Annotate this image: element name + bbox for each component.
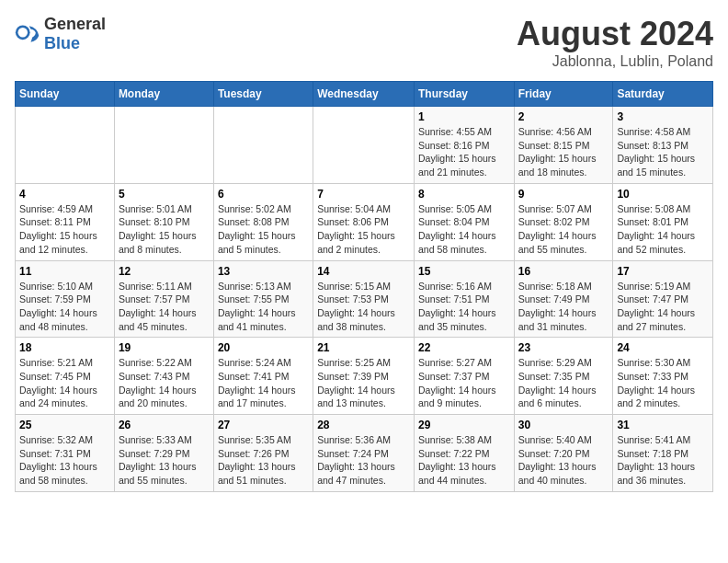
day-number: 23 [518, 341, 609, 354]
weekday-header-friday: Friday [514, 82, 613, 107]
day-number: 3 [617, 110, 709, 123]
day-number: 4 [19, 188, 110, 201]
weekday-header-row: SundayMondayTuesdayWednesdayThursdayFrid… [16, 82, 713, 107]
day-info: Sunrise: 5:36 AM Sunset: 7:24 PM Dayligh… [317, 433, 410, 488]
day-number: 2 [518, 110, 609, 123]
header: General Blue August 2024 Jablonna, Lubli… [15, 15, 713, 70]
day-cell: 12Sunrise: 5:11 AM Sunset: 7:57 PM Dayli… [114, 260, 213, 338]
day-cell: 25Sunrise: 5:32 AM Sunset: 7:31 PM Dayli… [16, 415, 115, 492]
weekday-header-tuesday: Tuesday [213, 82, 313, 107]
day-info: Sunrise: 4:58 AM Sunset: 8:13 PM Dayligh… [617, 125, 709, 179]
day-cell: 28Sunrise: 5:36 AM Sunset: 7:24 PM Dayli… [313, 415, 415, 492]
day-cell: 5Sunrise: 5:01 AM Sunset: 8:10 PM Daylig… [114, 183, 213, 260]
day-cell: 15Sunrise: 5:16 AM Sunset: 7:51 PM Dayli… [414, 260, 514, 338]
day-info: Sunrise: 5:04 AM Sunset: 8:06 PM Dayligh… [317, 202, 410, 257]
day-cell: 4Sunrise: 4:59 AM Sunset: 8:11 PM Daylig… [16, 183, 115, 260]
day-info: Sunrise: 5:16 AM Sunset: 7:51 PM Dayligh… [418, 280, 510, 334]
logo-icon [15, 21, 40, 47]
day-info: Sunrise: 5:38 AM Sunset: 7:22 PM Dayligh… [418, 433, 510, 488]
week-row-4: 18Sunrise: 5:21 AM Sunset: 7:45 PM Dayli… [16, 338, 713, 415]
day-cell: 31Sunrise: 5:41 AM Sunset: 7:18 PM Dayli… [613, 415, 713, 492]
day-number: 15 [418, 265, 510, 278]
day-number: 25 [19, 419, 110, 431]
day-info: Sunrise: 5:08 AM Sunset: 8:01 PM Dayligh… [617, 202, 709, 257]
day-cell: 11Sunrise: 5:10 AM Sunset: 7:59 PM Dayli… [16, 260, 115, 338]
day-cell: 7Sunrise: 5:04 AM Sunset: 8:06 PM Daylig… [313, 183, 415, 260]
day-cell: 26Sunrise: 5:33 AM Sunset: 7:29 PM Dayli… [114, 415, 213, 492]
weekday-header-sunday: Sunday [16, 82, 115, 107]
day-cell: 18Sunrise: 5:21 AM Sunset: 7:45 PM Dayli… [16, 338, 115, 415]
day-info: Sunrise: 5:15 AM Sunset: 7:53 PM Dayligh… [317, 280, 410, 334]
week-row-5: 25Sunrise: 5:32 AM Sunset: 7:31 PM Dayli… [16, 415, 713, 492]
weekday-header-thursday: Thursday [414, 82, 514, 107]
day-cell: 23Sunrise: 5:29 AM Sunset: 7:35 PM Dayli… [514, 338, 613, 415]
weekday-header-wednesday: Wednesday [313, 82, 415, 107]
week-row-1: 1Sunrise: 4:55 AM Sunset: 8:16 PM Daylig… [16, 107, 713, 184]
day-number: 19 [119, 341, 210, 354]
day-number: 30 [518, 419, 609, 431]
calendar-table: SundayMondayTuesdayWednesdayThursdayFrid… [15, 81, 713, 492]
day-cell [114, 107, 213, 184]
day-number: 29 [418, 419, 510, 431]
day-info: Sunrise: 5:11 AM Sunset: 7:57 PM Dayligh… [119, 280, 210, 334]
day-number: 17 [617, 265, 709, 278]
day-cell: 6Sunrise: 5:02 AM Sunset: 8:08 PM Daylig… [213, 183, 313, 260]
day-info: Sunrise: 5:01 AM Sunset: 8:10 PM Dayligh… [119, 202, 210, 257]
day-number: 27 [218, 419, 309, 431]
day-number: 13 [218, 265, 309, 278]
day-info: Sunrise: 5:24 AM Sunset: 7:41 PM Dayligh… [218, 356, 309, 410]
day-info: Sunrise: 5:22 AM Sunset: 7:43 PM Dayligh… [119, 356, 210, 410]
location-title: Jablonna, Lublin, Poland [517, 53, 713, 70]
day-info: Sunrise: 5:02 AM Sunset: 8:08 PM Dayligh… [218, 202, 309, 257]
logo-general: General [44, 15, 106, 33]
day-info: Sunrise: 5:29 AM Sunset: 7:35 PM Dayligh… [518, 356, 609, 410]
day-cell: 1Sunrise: 4:55 AM Sunset: 8:16 PM Daylig… [414, 107, 514, 184]
day-number: 12 [119, 265, 210, 278]
day-cell: 19Sunrise: 5:22 AM Sunset: 7:43 PM Dayli… [114, 338, 213, 415]
logo-blue: Blue [44, 34, 80, 52]
day-number: 20 [218, 341, 309, 354]
day-info: Sunrise: 5:19 AM Sunset: 7:47 PM Dayligh… [617, 280, 709, 334]
day-info: Sunrise: 5:07 AM Sunset: 8:02 PM Dayligh… [518, 202, 609, 257]
day-cell: 21Sunrise: 5:25 AM Sunset: 7:39 PM Dayli… [313, 338, 415, 415]
day-number: 31 [617, 419, 709, 431]
day-cell: 17Sunrise: 5:19 AM Sunset: 7:47 PM Dayli… [613, 260, 713, 338]
svg-point-1 [18, 28, 28, 38]
day-info: Sunrise: 5:05 AM Sunset: 8:04 PM Dayligh… [418, 202, 510, 257]
day-number: 24 [617, 341, 709, 354]
day-cell: 22Sunrise: 5:27 AM Sunset: 7:37 PM Dayli… [414, 338, 514, 415]
title-area: August 2024 Jablonna, Lublin, Poland [517, 15, 713, 70]
day-number: 8 [418, 188, 510, 201]
day-cell [213, 107, 313, 184]
day-info: Sunrise: 5:32 AM Sunset: 7:31 PM Dayligh… [19, 433, 110, 488]
day-cell: 16Sunrise: 5:18 AM Sunset: 7:49 PM Dayli… [514, 260, 613, 338]
day-number: 7 [317, 188, 410, 201]
day-number: 1 [418, 110, 510, 123]
day-cell: 13Sunrise: 5:13 AM Sunset: 7:55 PM Dayli… [213, 260, 313, 338]
day-info: Sunrise: 5:30 AM Sunset: 7:33 PM Dayligh… [617, 356, 709, 410]
day-number: 5 [119, 188, 210, 201]
day-cell: 14Sunrise: 5:15 AM Sunset: 7:53 PM Dayli… [313, 260, 415, 338]
day-info: Sunrise: 5:25 AM Sunset: 7:39 PM Dayligh… [317, 356, 410, 410]
day-number: 16 [518, 265, 609, 278]
day-info: Sunrise: 5:13 AM Sunset: 7:55 PM Dayligh… [218, 280, 309, 334]
day-cell: 24Sunrise: 5:30 AM Sunset: 7:33 PM Dayli… [613, 338, 713, 415]
day-cell [313, 107, 415, 184]
day-cell: 9Sunrise: 5:07 AM Sunset: 8:02 PM Daylig… [514, 183, 613, 260]
day-info: Sunrise: 5:41 AM Sunset: 7:18 PM Dayligh… [617, 433, 709, 488]
day-cell: 3Sunrise: 4:58 AM Sunset: 8:13 PM Daylig… [613, 107, 713, 184]
month-title: August 2024 [517, 15, 713, 53]
day-cell: 27Sunrise: 5:35 AM Sunset: 7:26 PM Dayli… [213, 415, 313, 492]
logo-text: General Blue [44, 15, 106, 53]
day-number: 21 [317, 341, 410, 354]
day-cell: 8Sunrise: 5:05 AM Sunset: 8:04 PM Daylig… [414, 183, 514, 260]
day-cell: 20Sunrise: 5:24 AM Sunset: 7:41 PM Dayli… [213, 338, 313, 415]
day-number: 22 [418, 341, 510, 354]
week-row-2: 4Sunrise: 4:59 AM Sunset: 8:11 PM Daylig… [16, 183, 713, 260]
weekday-header-saturday: Saturday [613, 82, 713, 107]
weekday-header-monday: Monday [114, 82, 213, 107]
logo: General Blue [15, 15, 106, 53]
day-number: 28 [317, 419, 410, 431]
week-row-3: 11Sunrise: 5:10 AM Sunset: 7:59 PM Dayli… [16, 260, 713, 338]
day-number: 11 [19, 265, 110, 278]
